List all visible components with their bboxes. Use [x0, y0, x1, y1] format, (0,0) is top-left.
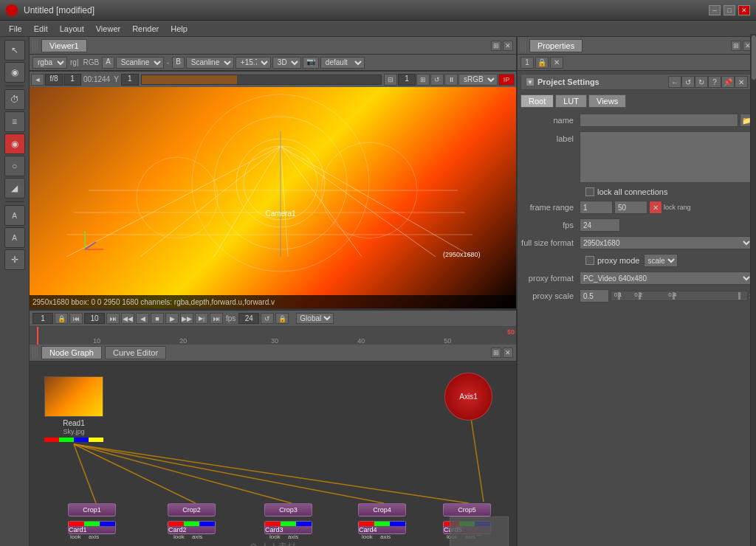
proxy-format-select[interactable]: PC_Video 640x480 — [580, 272, 753, 285]
bottom-float-btn[interactable]: ⊞ — [491, 348, 501, 358]
menu-render[interactable]: Render — [126, 23, 165, 35]
step-back-btn[interactable]: ⏭ — [106, 313, 120, 324]
scanline2-select[interactable]: Scanline — [186, 57, 234, 69]
channels-select[interactable]: rgba — [32, 57, 67, 69]
node-canvas[interactable]: Read1 Sky.jpg — [30, 362, 516, 546]
rt-x-btn[interactable]: ✕ — [550, 57, 563, 69]
loop-btn[interactable]: ↺ — [261, 313, 274, 324]
camera-icon-btn[interactable]: 📷 — [303, 57, 319, 69]
tool-gradient[interactable]: ◢ — [4, 178, 25, 198]
tool-circle[interactable]: ○ — [4, 156, 25, 176]
right-panel-scroll[interactable]: ▼ Project Settings ← ↺ ↻ ? 📌 ✕ Root LUT … — [518, 71, 756, 546]
exposure-select[interactable]: +15.7 — [236, 57, 271, 69]
right-scrollbar[interactable] — [750, 34, 756, 546]
ps-tab-lut[interactable]: LUT — [555, 94, 587, 108]
node-graph-tab[interactable]: Node Graph — [41, 346, 102, 359]
minimap[interactable]: ··· — [450, 516, 509, 546]
playback-mode-select[interactable]: Global — [296, 313, 334, 324]
right-float-btn[interactable]: ⊞ — [731, 41, 741, 51]
axis1-node[interactable]: Axis1 — [444, 373, 492, 421]
rt-num-btn[interactable]: 1 — [520, 57, 534, 69]
lock-btn[interactable]: 🔒 — [55, 313, 68, 324]
frame-in-input[interactable] — [32, 313, 53, 324]
ps-arrow-btn[interactable]: ← — [668, 76, 681, 88]
ps-help-btn[interactable]: ? — [708, 76, 721, 88]
colorspace2-select[interactable]: sRGB — [458, 74, 498, 86]
prev-key-btn[interactable]: ◀◀ — [121, 313, 134, 324]
record-btn[interactable]: 🔒 — [275, 313, 289, 324]
frame-end-input[interactable] — [614, 201, 647, 214]
proxy-scale-input[interactable] — [580, 289, 609, 303]
properties-tab[interactable]: Properties — [529, 39, 583, 52]
a-btn[interactable]: A — [102, 57, 114, 69]
timeline-ruler[interactable]: 50 10 20 30 40 50 — [30, 327, 516, 345]
ps-fwd-btn[interactable]: ↻ — [695, 76, 708, 88]
ip-btn[interactable]: IP — [498, 74, 515, 86]
y-input[interactable]: 1 — [121, 74, 139, 86]
card3-node[interactable]: Card3 — [264, 521, 312, 534]
frame-start-input[interactable] — [580, 201, 613, 214]
crop4-node[interactable]: Crop4 — [358, 503, 406, 516]
menu-help[interactable]: Help — [165, 23, 193, 35]
frame-jump-input[interactable] — [84, 313, 105, 324]
close-button[interactable]: ✕ — [738, 5, 750, 15]
tool-layer[interactable]: ≡ — [4, 111, 25, 132]
tool-viewer[interactable]: ◉ — [4, 62, 25, 83]
play-btn[interactable]: ▶▶ — [180, 313, 193, 324]
zoom-input[interactable]: f/8 — [45, 74, 63, 86]
tool-move[interactable]: ✛ — [4, 249, 25, 270]
menu-file[interactable]: File — [3, 23, 28, 35]
zoom-out-icon[interactable]: ⊟ — [384, 74, 397, 86]
view3d-select[interactable]: 3D — [272, 57, 301, 69]
skip-end-btn[interactable]: ⏭ — [210, 313, 223, 324]
proxy-scale-slider[interactable]: 0.1 0.2 0.4 — [611, 291, 748, 301]
frame-input[interactable]: 1 — [63, 74, 81, 86]
menu-edit[interactable]: Edit — [28, 23, 54, 35]
curve-editor-tab[interactable]: Curve Editor — [105, 346, 166, 359]
card2-node[interactable]: Card2 — [168, 521, 216, 534]
fps-input[interactable] — [238, 313, 259, 324]
skip-back-btn[interactable]: ⏮ — [69, 313, 83, 324]
ps-pin-btn[interactable]: 📌 — [721, 76, 735, 88]
viewer-tab[interactable]: Viewer1 — [41, 39, 87, 52]
fps-field-input[interactable] — [580, 218, 620, 232]
proxy-mode-select[interactable]: scale — [644, 254, 678, 267]
crop1-node[interactable]: Crop1 — [68, 503, 116, 516]
next-frame-btn[interactable]: ▶ — [165, 313, 179, 324]
frame-clear-btn[interactable]: ✕ — [649, 201, 662, 214]
crop3-node[interactable]: Crop3 — [264, 503, 312, 516]
menu-viewer[interactable]: Viewer — [90, 23, 126, 35]
b-btn[interactable]: B — [172, 57, 185, 69]
menu-layout[interactable]: Layout — [54, 23, 90, 35]
zoom-val[interactable]: 1 — [398, 74, 416, 86]
tool-text-a[interactable]: A — [4, 205, 25, 226]
ps-tab-root[interactable]: Root — [520, 94, 554, 108]
maximize-button[interactable]: □ — [724, 5, 735, 15]
camera-select[interactable]: default — [320, 57, 365, 69]
minimize-button[interactable]: – — [709, 5, 721, 15]
refresh-icon[interactable]: ↺ — [430, 74, 444, 86]
scanline1-select[interactable]: Scanline — [116, 57, 164, 69]
card4-node[interactable]: Card4 — [358, 521, 406, 534]
stop-btn[interactable]: ■ — [151, 313, 164, 324]
viewer-close-btn[interactable]: ✕ — [503, 41, 513, 51]
next-key-btn[interactable]: ▶| — [195, 313, 208, 324]
card1-node[interactable]: Card1 — [68, 521, 116, 534]
tool-arrow[interactable]: ↖ — [4, 40, 25, 61]
tool-text-a2[interactable]: A — [4, 227, 25, 248]
full-size-select[interactable]: 2950x1680 — [580, 236, 753, 249]
ps-x-btn[interactable]: ✕ — [735, 76, 748, 88]
pause-icon[interactable]: ⏸ — [444, 74, 458, 86]
prev-frame-btn[interactable]: ◀ — [136, 313, 149, 324]
read1-thumbnail[interactable] — [44, 376, 103, 417]
zoom-in-icon[interactable]: ⊞ — [416, 74, 430, 86]
rt-lock-btn[interactable]: 🔒 — [535, 57, 549, 69]
ps-tab-views[interactable]: Views — [588, 94, 626, 108]
bottom-close-btn[interactable]: ✕ — [503, 348, 513, 358]
crop5-node[interactable]: Crop5 — [443, 503, 491, 516]
name-input[interactable] — [580, 114, 738, 127]
viewer-float-btn[interactable]: ⊞ — [491, 41, 501, 51]
tool-color[interactable]: ◉ — [4, 134, 25, 154]
tool-clock[interactable]: ⏱ — [4, 89, 25, 110]
zoom-left-icon[interactable]: ◄ — [31, 74, 44, 86]
